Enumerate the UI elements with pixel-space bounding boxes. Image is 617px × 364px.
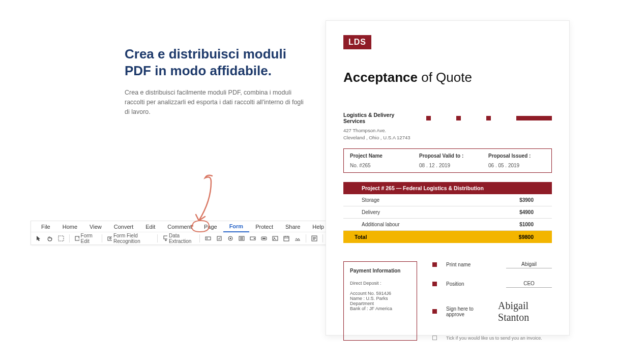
tool-image-field[interactable] — [271, 233, 280, 244]
issued-label: Proposal Issued : — [488, 153, 545, 159]
separator — [322, 234, 323, 242]
text-field-icon — [205, 235, 211, 241]
menu-edit[interactable]: Edit — [139, 221, 161, 232]
tool-signature-field[interactable] — [293, 233, 302, 244]
svg-point-3 — [110, 238, 111, 239]
marketing-subtext: Crea e distribuisci facilmente moduli PD… — [125, 88, 308, 117]
menu-protect[interactable]: Protect — [249, 221, 279, 232]
extraction-icon — [163, 235, 167, 241]
project-name-label: Project Name — [350, 153, 407, 159]
tool-form-properties[interactable] — [310, 233, 319, 244]
price-row: Additional labour$1000 — [343, 219, 552, 231]
print-name-value[interactable]: Abigail — [506, 261, 552, 268]
separator — [199, 234, 200, 242]
price-row: Storage$3900 — [343, 194, 552, 206]
signature-value[interactable]: Abigail Stanton — [498, 300, 552, 323]
svg-rect-1 — [75, 236, 79, 240]
marketing-headline: Crea e distribuisci moduli PDF in modo a… — [125, 46, 308, 80]
tool-snapshot[interactable] — [56, 233, 66, 244]
svg-point-8 — [230, 238, 231, 239]
valid-to-label: Proposal Valid to : — [419, 153, 476, 159]
doc-title-rest: of Quote — [418, 70, 472, 85]
decoration-square — [432, 309, 437, 314]
doc-title: Acceptance of Quote — [343, 70, 552, 85]
decoration-square — [432, 282, 437, 286]
form-edit-icon — [75, 235, 79, 241]
tool-field-recognition[interactable]: Form Field Recognition — [106, 233, 154, 244]
pointer-icon — [36, 235, 42, 241]
print-name-label: Print name — [446, 262, 497, 267]
signature-icon — [295, 235, 301, 241]
tool-form-edit[interactable]: Form Edit — [73, 233, 99, 244]
separator — [306, 234, 306, 242]
button-icon — [261, 235, 267, 241]
price-row: Delivery$4900 — [343, 206, 552, 219]
tool-radio[interactable] — [226, 233, 235, 244]
properties-icon — [311, 235, 317, 241]
doc-logo: LDS — [343, 35, 371, 49]
tick-text: Tick if you would like us to send you an… — [446, 336, 542, 341]
info-box: Project Name No. #265 Proposal Valid to … — [343, 148, 552, 173]
recognition-icon — [107, 235, 112, 241]
tool-checkbox[interactable] — [215, 233, 224, 244]
valid-to-value: 08 . 12 . 2019 — [419, 163, 476, 168]
svg-rect-15 — [284, 236, 289, 241]
price-total: Total$9800 — [343, 231, 552, 243]
signature-column: Print name Abigail Position CEO Sign her… — [432, 261, 552, 341]
company-address: 427 Thompson Ave. Cleveland , Ohio , U.S… — [343, 127, 552, 141]
tool-date-field[interactable] — [282, 233, 291, 244]
price-table-header: Project # 265 — Federal Logistics & Dist… — [343, 182, 552, 194]
tool-select[interactable] — [34, 233, 43, 244]
menu-convert[interactable]: Convert — [108, 221, 140, 232]
doc-title-bold: Acceptance — [343, 70, 418, 85]
svg-rect-0 — [58, 236, 64, 241]
invoice-checkbox[interactable] — [432, 336, 437, 340]
menu-page[interactable]: Page — [198, 221, 223, 232]
position-value[interactable]: CEO — [506, 281, 552, 288]
company-name: Logistics & Delivery Services — [343, 112, 401, 124]
snapshot-icon — [58, 235, 64, 241]
menu-view[interactable]: View — [83, 221, 108, 232]
decoration-bar — [516, 116, 552, 120]
menu-comment[interactable]: Comment — [161, 221, 198, 232]
list-icon — [239, 235, 245, 241]
tool-listbox[interactable] — [237, 233, 246, 244]
image-icon — [272, 235, 278, 241]
tool-label: Form Field Recognition — [113, 233, 152, 244]
svg-rect-5 — [205, 237, 211, 240]
tool-data-extraction[interactable]: Data Extraction — [161, 233, 196, 244]
separator — [102, 234, 102, 242]
menu-form[interactable]: Form — [223, 221, 250, 232]
sign-label: Sign here to approve — [446, 306, 489, 317]
svg-rect-4 — [164, 236, 167, 239]
tool-hand[interactable] — [45, 233, 54, 244]
payment-heading: Payment Information — [350, 268, 410, 274]
position-label: Position — [446, 281, 497, 287]
date-icon — [283, 235, 289, 241]
separator — [157, 234, 158, 242]
tool-combobox[interactable] — [248, 233, 257, 244]
payment-box: Payment Information Direct Deposit : Acc… — [343, 261, 417, 341]
document-preview: LDS Acceptance of Quote Logistics & Deli… — [326, 20, 570, 336]
radio-icon — [227, 235, 233, 241]
decoration-square — [486, 116, 491, 120]
tool-label: Form Edit — [81, 233, 97, 244]
decoration-square — [432, 262, 437, 267]
company-band: Logistics & Delivery Services — [343, 112, 552, 124]
combo-icon — [250, 235, 256, 241]
menu-home[interactable]: Home — [56, 221, 83, 232]
price-table: Project # 265 — Federal Logistics & Dist… — [343, 182, 552, 243]
tool-button-field[interactable] — [259, 233, 269, 244]
issued-value: 06 . 05 . 2019 — [488, 163, 545, 168]
svg-rect-12 — [262, 238, 266, 239]
menu-share[interactable]: Share — [279, 221, 306, 232]
tool-text-field[interactable] — [203, 233, 213, 244]
project-name-value: No. #265 — [350, 163, 407, 168]
separator — [69, 234, 70, 242]
decoration-square — [456, 116, 461, 120]
menu-file[interactable]: File — [35, 221, 56, 232]
svg-rect-6 — [217, 236, 221, 240]
decoration-square — [426, 116, 431, 120]
hand-icon — [47, 235, 53, 241]
checkbox-icon — [216, 235, 222, 241]
